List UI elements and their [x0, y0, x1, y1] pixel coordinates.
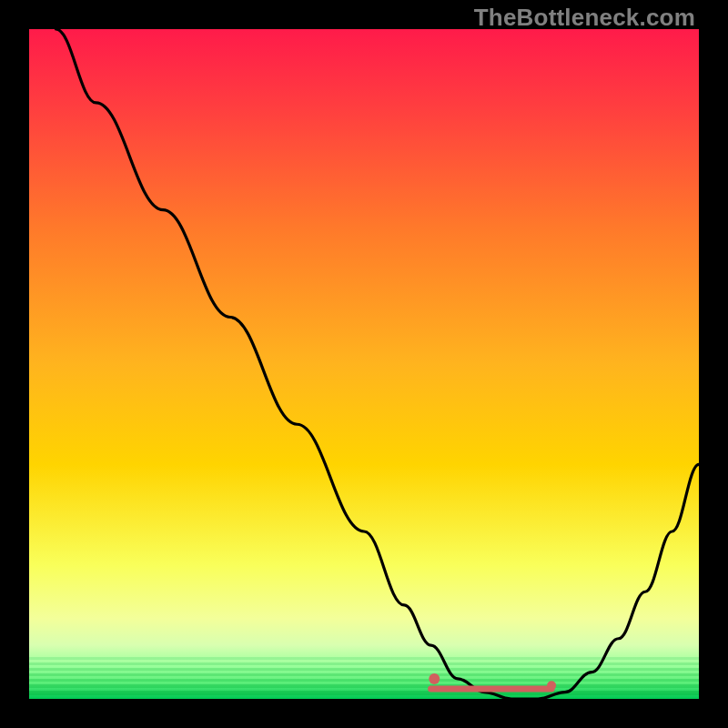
marker-dot [547, 681, 556, 690]
watermark-text: TheBottleneck.com [474, 4, 695, 32]
svg-rect-5 [29, 684, 699, 688]
marker-dot [429, 673, 440, 684]
chart-svg [29, 29, 699, 699]
svg-rect-0 [29, 657, 699, 660]
svg-rect-6 [29, 691, 699, 695]
gradient-background [29, 29, 699, 699]
chart-frame [29, 29, 699, 699]
svg-rect-4 [29, 679, 699, 682]
svg-rect-3 [29, 673, 699, 676]
svg-rect-1 [29, 662, 699, 665]
